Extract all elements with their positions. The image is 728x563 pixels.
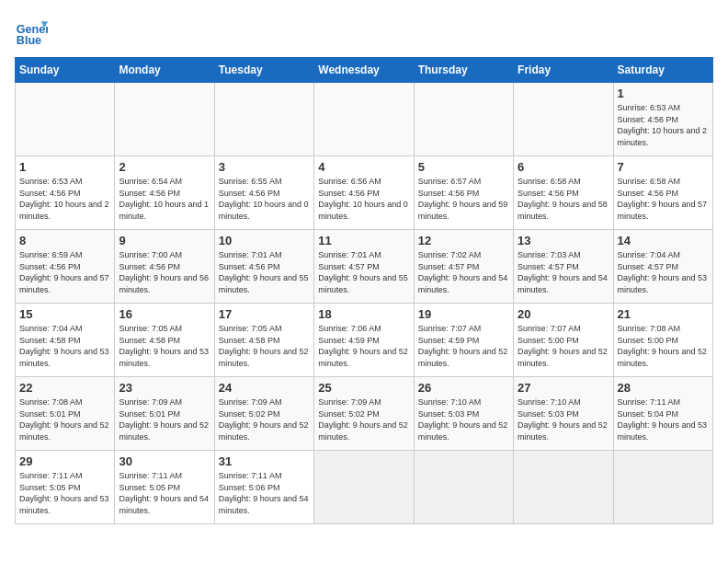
sunset-text: Sunset: 5:03 PM <box>418 409 480 419</box>
day-info: Sunrise: 7:04 AM Sunset: 4:58 PM Dayligh… <box>19 323 110 369</box>
sunset-text: Sunset: 5:01 PM <box>119 409 180 419</box>
calendar-cell <box>16 83 115 156</box>
daylight-text: Daylight: 9 hours and 52 minutes. <box>618 347 708 368</box>
day-info: Sunrise: 7:04 AM Sunset: 4:57 PM Dayligh… <box>618 249 709 295</box>
daylight-text: Daylight: 9 hours and 56 minutes. <box>119 273 209 294</box>
calendar-cell <box>414 83 513 156</box>
calendar-cell: 29 Sunrise: 7:11 AM Sunset: 5:05 PM Dayl… <box>16 451 115 524</box>
day-info: Sunrise: 6:58 AM Sunset: 4:56 PM Dayligh… <box>518 176 609 222</box>
calendar-cell: 9 Sunrise: 7:00 AM Sunset: 4:56 PM Dayli… <box>115 230 214 304</box>
day-number: 25 <box>318 381 409 395</box>
calendar-cell: 17 Sunrise: 7:05 AM Sunset: 4:58 PM Dayl… <box>214 304 313 377</box>
sunset-text: Sunset: 4:57 PM <box>518 262 579 271</box>
sunrise-text: Sunrise: 6:57 AM <box>418 177 482 186</box>
sunset-text: Sunset: 4:56 PM <box>19 189 81 198</box>
calendar-cell: 21 Sunrise: 7:08 AM Sunset: 5:00 PM Dayl… <box>613 304 712 377</box>
day-info: Sunrise: 7:10 AM Sunset: 5:03 PM Dayligh… <box>518 396 609 442</box>
day-number: 4 <box>318 160 409 174</box>
day-number: 14 <box>618 234 709 247</box>
calendar-cell: 1 Sunrise: 6:53 AM Sunset: 4:56 PM Dayli… <box>613 83 712 156</box>
sunrise-text: Sunrise: 7:11 AM <box>219 471 282 480</box>
day-info: Sunrise: 6:54 AM Sunset: 4:56 PM Dayligh… <box>119 176 210 222</box>
day-info: Sunrise: 6:53 AM Sunset: 4:56 PM Dayligh… <box>618 102 709 148</box>
day-info: Sunrise: 6:57 AM Sunset: 4:56 PM Dayligh… <box>418 176 509 222</box>
day-number: 26 <box>418 381 509 395</box>
day-info: Sunrise: 7:11 AM Sunset: 5:05 PM Dayligh… <box>119 470 210 516</box>
day-number: 24 <box>219 381 310 395</box>
sunset-text: Sunset: 5:00 PM <box>518 336 579 345</box>
calendar-week-2: 1 Sunrise: 6:53 AM Sunset: 4:56 PM Dayli… <box>16 156 713 230</box>
day-header-sunday: Sunday <box>16 58 115 83</box>
calendar-cell: 14 Sunrise: 7:04 AM Sunset: 4:57 PM Dayl… <box>613 230 712 304</box>
day-header-wednesday: Wednesday <box>314 58 414 83</box>
daylight-text: Daylight: 9 hours and 53 minutes. <box>618 273 708 294</box>
calendar-cell <box>214 83 313 156</box>
day-number: 29 <box>19 454 110 468</box>
sunset-text: Sunset: 4:56 PM <box>418 189 480 198</box>
calendar-cell <box>414 451 513 524</box>
day-number: 30 <box>119 454 210 468</box>
day-header-saturday: Saturday <box>613 58 712 83</box>
calendar-cell: 19 Sunrise: 7:07 AM Sunset: 4:59 PM Dayl… <box>414 304 513 377</box>
day-number: 6 <box>518 160 609 174</box>
calendar-cell: 15 Sunrise: 7:04 AM Sunset: 4:58 PM Dayl… <box>16 304 115 377</box>
day-number: 9 <box>119 234 210 247</box>
sunset-text: Sunset: 4:56 PM <box>318 189 380 198</box>
calendar-cell: 20 Sunrise: 7:07 AM Sunset: 5:00 PM Dayl… <box>514 304 613 377</box>
day-number: 20 <box>518 307 609 321</box>
calendar-cell: 16 Sunrise: 7:05 AM Sunset: 4:58 PM Dayl… <box>115 304 214 377</box>
sunset-text: Sunset: 4:56 PM <box>618 115 679 124</box>
calendar-cell: 5 Sunrise: 6:57 AM Sunset: 4:56 PM Dayli… <box>414 156 513 230</box>
day-info: Sunrise: 7:03 AM Sunset: 4:57 PM Dayligh… <box>518 249 609 295</box>
daylight-text: Daylight: 9 hours and 52 minutes. <box>119 420 209 442</box>
day-header-thursday: Thursday <box>414 58 513 83</box>
daylight-text: Daylight: 9 hours and 54 minutes. <box>518 273 608 294</box>
sunset-text: Sunset: 5:05 PM <box>119 483 180 492</box>
day-number: 28 <box>618 381 709 395</box>
day-number: 2 <box>119 160 210 174</box>
day-header-monday: Monday <box>115 58 214 83</box>
daylight-text: Daylight: 9 hours and 59 minutes. <box>418 200 508 221</box>
daylight-text: Daylight: 10 hours and 0 minutes. <box>219 200 309 221</box>
calendar-cell: 4 Sunrise: 6:56 AM Sunset: 4:56 PM Dayli… <box>314 156 414 230</box>
day-info: Sunrise: 6:58 AM Sunset: 4:56 PM Dayligh… <box>618 176 709 222</box>
day-number: 11 <box>318 234 409 247</box>
day-number: 5 <box>418 160 509 174</box>
day-number: 16 <box>119 307 210 321</box>
day-info: Sunrise: 6:56 AM Sunset: 4:56 PM Dayligh… <box>318 176 409 222</box>
calendar-week-4: 15 Sunrise: 7:04 AM Sunset: 4:58 PM Dayl… <box>16 304 713 377</box>
sunset-text: Sunset: 5:00 PM <box>618 336 679 345</box>
day-number: 13 <box>518 234 609 247</box>
day-header-tuesday: Tuesday <box>214 58 313 83</box>
calendar-cell: 13 Sunrise: 7:03 AM Sunset: 4:57 PM Dayl… <box>514 230 613 304</box>
sunset-text: Sunset: 5:06 PM <box>219 483 280 492</box>
calendar-cell <box>314 451 414 524</box>
calendar-cell: 1 Sunrise: 6:53 AM Sunset: 4:56 PM Dayli… <box>16 156 115 230</box>
day-number: 27 <box>518 381 609 395</box>
day-info: Sunrise: 7:09 AM Sunset: 5:02 PM Dayligh… <box>318 396 409 442</box>
day-number: 7 <box>618 160 709 174</box>
sunset-text: Sunset: 4:56 PM <box>618 189 679 198</box>
daylight-text: Daylight: 9 hours and 52 minutes. <box>518 420 608 442</box>
sunrise-text: Sunrise: 7:06 AM <box>318 324 381 333</box>
calendar-cell: 23 Sunrise: 7:09 AM Sunset: 5:01 PM Dayl… <box>115 377 214 451</box>
calendar-week-1: 1 Sunrise: 6:53 AM Sunset: 4:56 PM Dayli… <box>16 83 713 156</box>
sunset-text: Sunset: 4:57 PM <box>318 262 380 271</box>
daylight-text: Daylight: 10 hours and 1 minute. <box>119 200 209 221</box>
sunset-text: Sunset: 4:58 PM <box>119 336 180 345</box>
daylight-text: Daylight: 9 hours and 54 minutes. <box>219 494 309 515</box>
calendar-cell: 30 Sunrise: 7:11 AM Sunset: 5:05 PM Dayl… <box>115 451 214 524</box>
sunrise-text: Sunrise: 7:11 AM <box>618 397 681 407</box>
calendar-week-3: 8 Sunrise: 6:59 AM Sunset: 4:56 PM Dayli… <box>16 230 713 304</box>
sunset-text: Sunset: 4:59 PM <box>418 336 480 345</box>
page-header: General Blue <box>15 15 713 48</box>
day-info: Sunrise: 7:05 AM Sunset: 4:58 PM Dayligh… <box>119 323 210 369</box>
calendar-cell: 25 Sunrise: 7:09 AM Sunset: 5:02 PM Dayl… <box>314 377 414 451</box>
day-number: 17 <box>219 307 310 321</box>
calendar-cell: 22 Sunrise: 7:08 AM Sunset: 5:01 PM Dayl… <box>16 377 115 451</box>
day-info: Sunrise: 7:11 AM Sunset: 5:04 PM Dayligh… <box>618 396 709 442</box>
day-info: Sunrise: 7:11 AM Sunset: 5:06 PM Dayligh… <box>219 470 310 516</box>
day-info: Sunrise: 7:09 AM Sunset: 5:01 PM Dayligh… <box>119 396 210 442</box>
sunset-text: Sunset: 4:58 PM <box>19 336 81 345</box>
calendar-cell: 11 Sunrise: 7:01 AM Sunset: 4:57 PM Dayl… <box>314 230 414 304</box>
